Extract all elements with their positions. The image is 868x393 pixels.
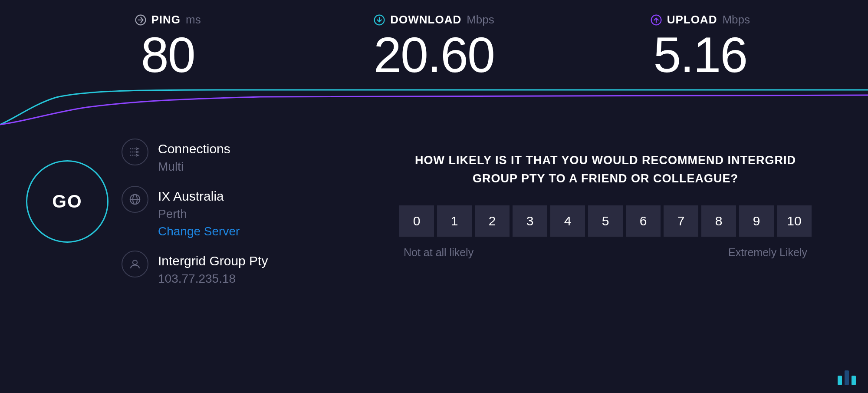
rating-2[interactable]: 2 — [475, 205, 510, 237]
server-item[interactable]: IX Australia Perth Change Server — [122, 186, 268, 238]
isp-item: Intergrid Group Pty 103.77.235.18 — [122, 251, 268, 286]
download-icon — [374, 14, 385, 26]
upload-label: UPLOAD — [667, 13, 717, 26]
rating-0[interactable]: 0 — [399, 205, 434, 237]
brand-logo-icon — [838, 370, 856, 385]
rating-row: 0 1 2 3 4 5 6 7 8 9 10 — [382, 205, 829, 237]
metric-ping: PING ms 80 — [43, 13, 292, 80]
server-sub: Perth — [158, 207, 240, 221]
rating-5[interactable]: 5 — [588, 205, 623, 237]
connections-title: Connections — [158, 140, 230, 157]
speed-chart — [0, 86, 868, 125]
rating-4[interactable]: 4 — [550, 205, 585, 237]
connections-icon — [122, 139, 148, 165]
svg-point-5 — [133, 260, 137, 264]
upload-value: 5.16 — [576, 30, 825, 80]
connections-sub: Multi — [158, 160, 230, 174]
left-panel: GO Connections Multi IX Australia Perth — [26, 134, 365, 286]
rating-1[interactable]: 1 — [437, 205, 472, 237]
isp-title: Intergrid Group Pty — [158, 252, 268, 269]
survey-panel: HOW LIKELY IS IT THAT YOU WOULD RECOMMEN… — [382, 134, 842, 286]
rating-3[interactable]: 3 — [513, 205, 547, 237]
rating-10[interactable]: 10 — [777, 205, 812, 237]
download-label: DOWNLOAD — [390, 13, 461, 26]
ping-value: 80 — [43, 30, 292, 80]
server-title: IX Australia — [158, 188, 240, 205]
globe-icon — [122, 186, 148, 213]
ping-label: PING — [151, 13, 181, 26]
rating-8[interactable]: 8 — [701, 205, 736, 237]
change-server-link[interactable]: Change Server — [158, 225, 240, 238]
rating-high-label: Extremely Likely — [728, 246, 807, 259]
upload-icon — [651, 14, 662, 26]
survey-question: HOW LIKELY IS IT THAT YOU WOULD RECOMMEN… — [410, 152, 801, 188]
download-value: 20.60 — [309, 30, 558, 80]
ping-unit: ms — [186, 13, 201, 26]
rating-low-label: Not at all likely — [404, 246, 473, 259]
metric-download: DOWNLOAD Mbps 20.60 — [309, 13, 558, 80]
ping-icon — [135, 14, 146, 26]
download-unit: Mbps — [467, 13, 494, 26]
metrics-row: PING ms 80 DOWNLOAD Mbps 20.60 UPLOAD Mb… — [0, 0, 868, 80]
rating-6[interactable]: 6 — [626, 205, 661, 237]
upload-unit: Mbps — [722, 13, 750, 26]
user-icon — [122, 251, 148, 277]
connections-item[interactable]: Connections Multi — [122, 139, 268, 174]
go-button[interactable]: GO — [26, 160, 108, 243]
rating-9[interactable]: 9 — [739, 205, 774, 237]
rating-7[interactable]: 7 — [664, 205, 698, 237]
isp-ip: 103.77.235.18 — [158, 272, 268, 286]
metric-upload: UPLOAD Mbps 5.16 — [576, 13, 825, 80]
